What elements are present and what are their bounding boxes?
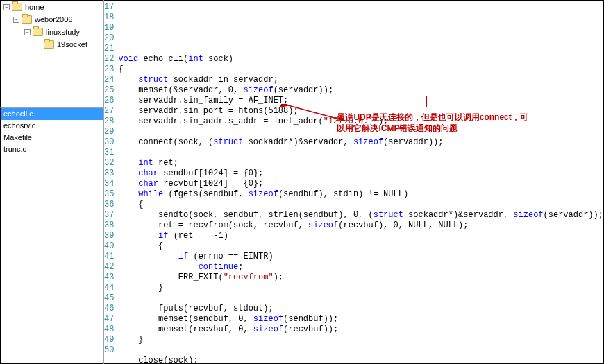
- code-line[interactable]: ret = recvfrom(sock, recvbuf, sizeof(rec…: [118, 220, 603, 231]
- code-line[interactable]: connect(sock, (struct sockaddr*)&servadd…: [118, 137, 603, 148]
- code-line[interactable]: continue;: [118, 262, 603, 272]
- line-number: 18: [104, 12, 114, 23]
- line-number: 34: [104, 179, 114, 189]
- line-number: 21: [104, 44, 114, 54]
- line-number: 29: [104, 127, 114, 137]
- line-number: 47: [104, 314, 114, 324]
- line-number: 48: [104, 324, 114, 335]
- tree-item[interactable]: −linuxstudy: [1, 26, 103, 38]
- line-number-gutter: 1718192021222324252627282930313233343536…: [104, 1, 118, 363]
- line-number: 46: [104, 304, 114, 314]
- file-row[interactable]: Makefile: [1, 132, 103, 144]
- tree-toggle-icon[interactable]: −: [13, 17, 19, 23]
- folder-icon: [22, 15, 32, 24]
- code-line[interactable]: char sendbuf[1024] = {0};: [118, 168, 603, 179]
- tree-item[interactable]: 19socket: [1, 38, 103, 51]
- tree-item[interactable]: −home: [1, 1, 103, 13]
- code-line[interactable]: int ret;: [118, 158, 603, 168]
- code-line[interactable]: [118, 345, 603, 356]
- line-number: 40: [104, 241, 114, 252]
- code-line[interactable]: [118, 148, 603, 158]
- tree-toggle-icon[interactable]: −: [3, 4, 10, 10]
- code-line[interactable]: void echo_cli(int sock): [118, 54, 603, 64]
- line-number: 45: [104, 293, 114, 304]
- code-line[interactable]: {: [118, 64, 603, 75]
- line-number: 41: [104, 252, 114, 262]
- line-number: 42: [104, 262, 114, 272]
- line-number: 37: [104, 210, 114, 220]
- tree-toggle-icon[interactable]: −: [24, 29, 31, 35]
- file-row[interactable]: echosrv.c: [1, 120, 103, 132]
- code-line[interactable]: sendto(sock, sendbuf, strlen(sendbuf), 0…: [118, 210, 603, 220]
- tree-item-label: 19socket: [57, 40, 87, 49]
- file-row[interactable]: echocli.c: [1, 108, 103, 120]
- editor-area: 1718192021222324252627282930313233343536…: [104, 0, 604, 364]
- line-number: 49: [104, 335, 114, 345]
- folder-icon: [44, 40, 54, 49]
- code-view[interactable]: 虽说UDP是无连接的，但是也可以调用connect，可 以用它解决ICMP错误通…: [118, 1, 603, 363]
- line-number: 25: [104, 85, 114, 96]
- tree-item[interactable]: −webor2006: [1, 13, 103, 26]
- code-line[interactable]: close(sock);: [118, 356, 603, 364]
- code-line[interactable]: }: [118, 335, 603, 345]
- line-number: 17: [104, 2, 114, 12]
- annotation-line1: 虽说UDP是无连接的，但是也可以调用connect，可: [337, 112, 528, 123]
- line-number: 22: [104, 54, 114, 64]
- folder-tree[interactable]: −home−webor2006−linuxstudy19socket: [0, 0, 103, 108]
- code-line[interactable]: [118, 293, 603, 304]
- side-panel: −home−webor2006−linuxstudy19socket echoc…: [0, 0, 104, 364]
- code-line[interactable]: if (ret == -1): [118, 231, 603, 241]
- file-row[interactable]: trunc.c: [1, 144, 103, 155]
- code-line[interactable]: fputs(recvbuf, stdout);: [118, 304, 603, 314]
- code-line[interactable]: while (fgets(sendbuf, sizeof(sendbuf), s…: [118, 189, 603, 200]
- folder-icon: [33, 28, 43, 36]
- tree-item-label: webor2006: [35, 15, 72, 24]
- line-number: 24: [104, 75, 114, 85]
- line-number: 39: [104, 231, 114, 241]
- code-line[interactable]: if (errno == EINTR): [118, 252, 603, 262]
- line-number: 23: [104, 64, 114, 75]
- line-number: 19: [104, 23, 114, 33]
- line-number: 38: [104, 220, 114, 231]
- line-number: 26: [104, 96, 114, 106]
- code-line[interactable]: memset(&servaddr, 0, sizeof(servaddr));: [118, 85, 603, 96]
- line-number: 28: [104, 116, 114, 127]
- code-line[interactable]: memset(sendbuf, 0, sizeof(sendbuf));: [118, 314, 603, 324]
- line-number: 30: [104, 137, 114, 148]
- code-line[interactable]: struct sockaddr_in servaddr;: [118, 75, 603, 85]
- ide-window: −home−webor2006−linuxstudy19socket echoc…: [0, 0, 604, 364]
- annotation-text: 虽说UDP是无连接的，但是也可以调用connect，可 以用它解决ICMP错误通…: [337, 112, 528, 134]
- code-line[interactable]: }: [118, 283, 603, 293]
- line-number: 33: [104, 168, 114, 179]
- line-number: 44: [104, 283, 114, 293]
- line-number: 31: [104, 148, 114, 158]
- code-line[interactable]: {: [118, 200, 603, 210]
- line-number: 27: [104, 106, 114, 116]
- line-number: 32: [104, 158, 114, 168]
- code-line[interactable]: char recvbuf[1024] = {0};: [118, 179, 603, 189]
- line-number: 43: [104, 272, 114, 283]
- file-list[interactable]: echocli.cechosrv.cMakefiletrunc.c: [0, 108, 103, 364]
- tree-item-label: linuxstudy: [46, 28, 80, 36]
- code-line[interactable]: memset(recvbuf, 0, sizeof(recvbuf));: [118, 324, 603, 335]
- code-line[interactable]: servaddr.sin_family = AF_INET;: [118, 96, 603, 106]
- annotation-line2: 以用它解决ICMP错误通知的问题: [337, 123, 528, 134]
- line-number: 36: [104, 200, 114, 210]
- folder-icon: [12, 3, 22, 11]
- code-line[interactable]: {: [118, 241, 603, 252]
- line-number: 35: [104, 189, 114, 200]
- code-line[interactable]: ERR_EXIT("recvfrom");: [118, 272, 603, 283]
- tree-item-label: home: [25, 3, 44, 11]
- line-number: 20: [104, 33, 114, 44]
- line-number: 50: [104, 345, 114, 356]
